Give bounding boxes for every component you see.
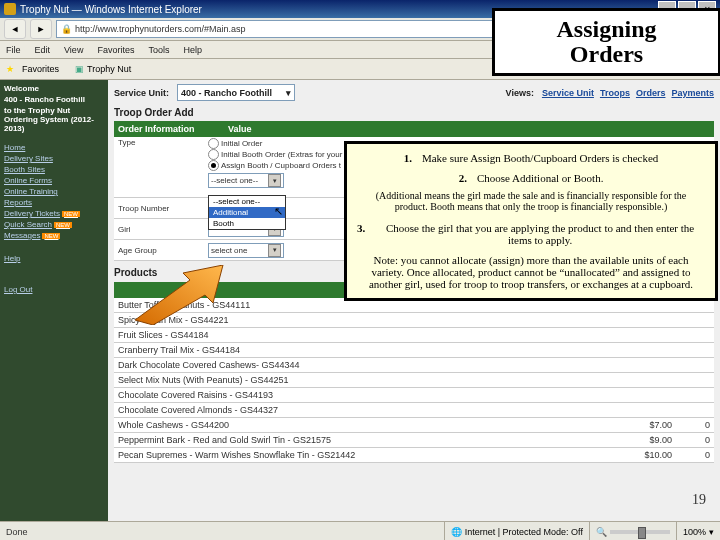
zoom-slider[interactable] (610, 530, 670, 534)
new-badge: NEW (54, 222, 72, 228)
view-orders[interactable]: Orders (636, 88, 666, 98)
new-badge: NEW (62, 211, 80, 217)
product-row: Fruit Slices - GS44184 (114, 328, 714, 343)
sidebar-item[interactable]: Booth Sites (4, 165, 104, 174)
sidebar-item[interactable]: Online Training (4, 187, 104, 196)
chevron-down-icon: ▾ (268, 174, 281, 187)
page-icon: ▣ (75, 64, 84, 74)
product-desc: Select Mix Nuts (With Peanuts) - GS44251 (118, 375, 622, 385)
sidebar-item[interactable]: Home (4, 143, 104, 152)
product-qty: 0 (680, 420, 710, 430)
new-badge: NEW (42, 233, 60, 239)
sidebar-item[interactable]: Delivery Sites (4, 154, 104, 163)
product-desc: Fruit Slices - GS44184 (118, 330, 622, 340)
welcome-line2: 400 - Rancho Foothill (4, 95, 104, 104)
welcome-line1: Welcome (4, 84, 104, 93)
callout-paren: (Additional means the girl made the sale… (367, 190, 695, 212)
product-row: Whole Cashews - GS44200$7.000 (114, 418, 714, 433)
age-label: Age Group (114, 246, 208, 255)
product-price: $10.00 (622, 450, 680, 460)
product-desc: Chocolate Covered Almonds - GS44327 (118, 405, 622, 415)
slide-number: 19 (692, 492, 706, 508)
back-button[interactable]: ◄ (4, 19, 26, 39)
menu-file[interactable]: File (6, 45, 21, 55)
favorites-label: Favorites (22, 64, 59, 74)
arrow-right-icon: ► (37, 24, 46, 34)
sidebar-logout[interactable]: Log Out (4, 285, 104, 294)
product-row: Chocolate Covered Almonds - GS44327 (114, 403, 714, 418)
service-unit-label: Service Unit: (114, 88, 169, 98)
product-price: $7.00 (622, 420, 680, 430)
service-unit-select[interactable]: 400 - Rancho Foothill▾ (177, 84, 295, 101)
sidebar-item[interactable]: Online Forms (4, 176, 104, 185)
sidebar-item[interactable]: Reports (4, 198, 104, 207)
welcome-line3: to the Trophy Nut Ordering System (2012-… (4, 106, 104, 133)
menu-help[interactable]: Help (183, 45, 202, 55)
annotation-arrow-icon (135, 265, 225, 327)
status-done: Done (0, 527, 444, 537)
view-payments[interactable]: Payments (671, 88, 714, 98)
callout-step1: Make sure Assign Booth/Cupboard Orders i… (422, 152, 658, 164)
view-troops[interactable]: Troops (600, 88, 630, 98)
menu-view[interactable]: View (64, 45, 83, 55)
product-desc: Whole Cashews - GS44200 (118, 420, 622, 430)
chevron-down-icon: ▾ (268, 244, 281, 257)
status-zoom[interactable]: 100% ▾ (676, 522, 720, 540)
product-price: $9.00 (622, 435, 680, 445)
views-label: Views: (506, 88, 534, 98)
age-select[interactable]: select one▾ (208, 243, 284, 258)
status-bar: Done 🌐Internet | Protected Mode: Off 🔍 1… (0, 521, 720, 540)
chevron-down-icon: ▾ (286, 88, 291, 98)
callout-step2: Choose Additional or Booth. (477, 172, 604, 184)
menu-tools[interactable]: Tools (148, 45, 169, 55)
callout-title: Assigning Orders (492, 8, 720, 76)
status-internet: 🌐Internet | Protected Mode: Off (444, 522, 589, 540)
product-desc: Pecan Supremes - Warm Wishes Snowflake T… (118, 450, 622, 460)
callout-body: 1.Make sure Assign Booth/Cupboard Orders… (344, 141, 718, 301)
favorites-star-icon[interactable]: ★ (6, 64, 14, 74)
sidebar-help[interactable]: Help (4, 254, 104, 263)
app-favicon (4, 3, 16, 15)
product-row: Dark Chocolate Covered Cashews- GS44344 (114, 358, 714, 373)
favorite-item-label: Trophy Nut (87, 64, 131, 74)
product-row: Chocolate Covered Raisins - GS44193 (114, 388, 714, 403)
callout-step3: Choose the girl that you are applying th… (375, 222, 705, 246)
product-row: Pecan Supremes - Warm Wishes Snowflake T… (114, 448, 714, 463)
sidebar-item[interactable]: Quick SearchNEW (4, 220, 104, 229)
menu-favorites[interactable]: Favorites (97, 45, 134, 55)
product-desc: Peppermint Bark - Red and Gold Swirl Tin… (118, 435, 622, 445)
cursor-icon: ↖ (274, 205, 283, 218)
product-qty: 0 (680, 450, 710, 460)
favorite-item[interactable]: ▣ Trophy Nut (75, 64, 131, 74)
menu-edit[interactable]: Edit (35, 45, 51, 55)
globe-icon: 🌐 (451, 527, 462, 537)
type-label: Type (114, 138, 208, 147)
callout-note: Note: you cannot allocate (assign) more … (363, 254, 699, 290)
girl-label: Girl (114, 225, 208, 234)
arrow-left-icon: ◄ (11, 24, 20, 34)
forward-button[interactable]: ► (30, 19, 52, 39)
magnifier-icon: 🔍 (596, 527, 607, 537)
option-booth[interactable]: Booth (209, 218, 285, 229)
sidebar-item[interactable]: Delivery TicketsNEW (4, 209, 104, 218)
status-zoom-group[interactable]: 🔍 (589, 522, 676, 540)
url-text: http://www.trophynutorders.com/#Main.asp (75, 24, 246, 34)
product-row: Peppermint Bark - Red and Gold Swirl Tin… (114, 433, 714, 448)
sidebar-item[interactable]: MessagesNEW (4, 231, 104, 240)
product-row: Cranberry Trail Mix - GS44184 (114, 343, 714, 358)
product-row: Select Mix Nuts (With Peanuts) - GS44251 (114, 373, 714, 388)
product-desc: Cranberry Trail Mix - GS44184 (118, 345, 622, 355)
troop-label: Troop Number (114, 204, 208, 213)
lock-icon: 🔒 (61, 24, 72, 34)
type-select[interactable]: --select one--▾ (208, 173, 284, 188)
sidebar: Welcome 400 - Rancho Foothill to the Tro… (0, 80, 108, 521)
product-desc: Chocolate Covered Raisins - GS44193 (118, 390, 622, 400)
order-info-header: Order Information Value (114, 121, 714, 137)
svg-marker-0 (135, 265, 223, 325)
product-desc: Dark Chocolate Covered Cashews- GS44344 (118, 360, 622, 370)
view-service-unit[interactable]: Service Unit (542, 88, 594, 98)
section-title: Troop Order Add (114, 107, 714, 118)
top-controls: Service Unit: 400 - Rancho Foothill▾ Vie… (114, 84, 714, 101)
product-qty: 0 (680, 435, 710, 445)
